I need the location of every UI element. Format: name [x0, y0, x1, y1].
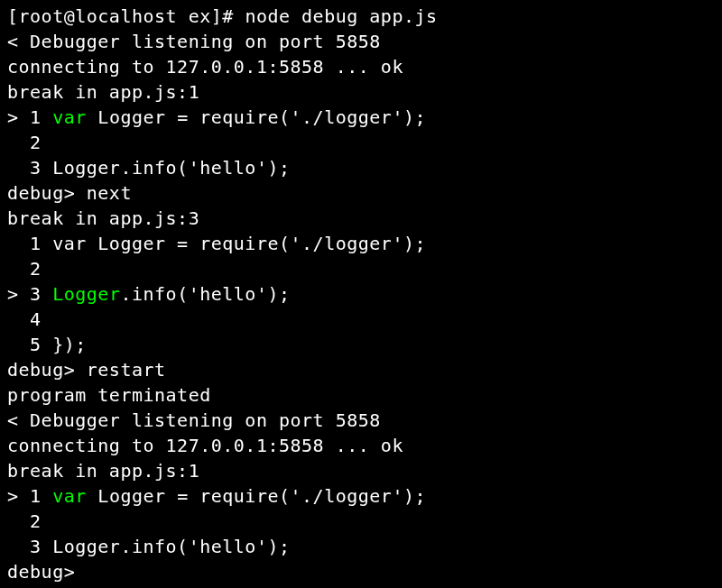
code-line: 4 — [7, 307, 715, 332]
code-line: 2 — [7, 509, 715, 534]
output-line: break in app.js:1 — [7, 458, 715, 483]
output-line: connecting to 127.0.0.1:5858 ... ok — [7, 54, 715, 79]
output-line: < Debugger listening on port 5858 — [7, 408, 715, 433]
code-line: 5 }); — [7, 332, 715, 357]
keyword-highlight: var — [52, 485, 87, 507]
code-line-current: > 3 Logger.info('hello'); — [7, 281, 715, 307]
shell-prompt: [root@localhost ex]# — [7, 4, 245, 29]
output-line: program terminated — [7, 382, 715, 408]
output-line: break in app.js:1 — [7, 79, 715, 105]
code-line: 3 Logger.info('hello'); — [7, 534, 715, 559]
code-line-current: > 1 var Logger = require('./logger'); — [7, 483, 715, 509]
output-line: < Debugger listening on port 5858 — [7, 29, 715, 54]
shell-command: node debug app.js — [245, 4, 437, 29]
terminal-output[interactable]: [root@localhost ex]# node debug app.js <… — [7, 4, 715, 584]
shell-prompt-line: [root@localhost ex]# node debug app.js — [7, 4, 715, 29]
debug-prompt-line: debug> next — [7, 180, 715, 206]
code-line: 2 — [7, 130, 715, 155]
code-line-current: > 1 var Logger = require('./logger'); — [7, 105, 715, 130]
code-line: 3 Logger.info('hello'); — [7, 155, 715, 180]
code-line: 2 — [7, 256, 715, 281]
output-line: break in app.js:3 — [7, 206, 715, 231]
keyword-highlight: var — [52, 106, 87, 128]
code-line: 1 var Logger = require('./logger'); — [7, 231, 715, 256]
output-line: connecting to 127.0.0.1:5858 ... ok — [7, 433, 715, 458]
debug-prompt-line: debug> restart — [7, 357, 715, 382]
keyword-highlight: Logger — [52, 283, 120, 305]
debug-prompt-line: debug> — [7, 559, 715, 584]
